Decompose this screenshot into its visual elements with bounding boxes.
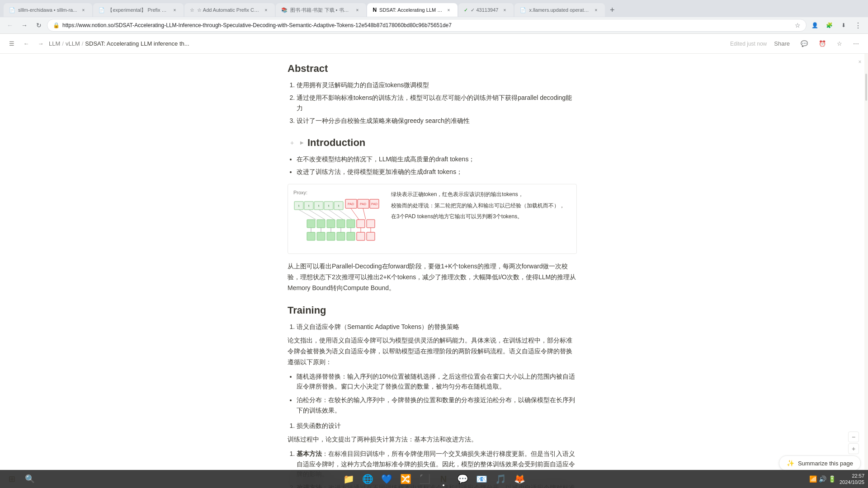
taskbar-search-icon: 🔍 <box>25 474 35 484</box>
tab-5-close[interactable]: × <box>445 6 452 14</box>
zoom-controls: − + <box>848 432 859 454</box>
search-button[interactable]: 🔍 <box>22 471 38 487</box>
sidebar-toggle-button[interactable]: ☰ <box>5 38 18 50</box>
taskbar-app-music[interactable]: 🎵 <box>491 471 509 487</box>
taskbar-app-terminal[interactable]: ⬛ <box>415 471 434 487</box>
summarize-button[interactable]: ✨ Summarize this page <box>779 455 861 471</box>
svg-line-19 <box>329 210 343 220</box>
comment-button[interactable]: 💬 <box>797 38 811 49</box>
tab-3-label: ☆ Add Automatic Prefix Caching to ... <box>197 7 259 13</box>
loss-item-1-label: 基本方法 <box>297 450 322 457</box>
updates-button[interactable]: ⏰ <box>815 38 830 49</box>
time-display[interactable]: 22:57 2024/10/25 <box>840 473 864 486</box>
svg-text:PAD: PAD <box>360 202 366 206</box>
notion-forward-button[interactable]: → <box>34 38 47 50</box>
tab-5-favicon: N <box>373 7 377 13</box>
svg-rect-33 <box>337 232 345 240</box>
browser-tab-4[interactable]: 📚 图书·书籍·书架 下载 • 书签... × <box>276 3 366 17</box>
summarize-icon: ✨ <box>787 460 794 467</box>
right-scrollbar[interactable] <box>864 54 868 488</box>
menu-icon: ☰ <box>9 40 14 47</box>
page-content: Abstract 使用拥有灵活解码能力的自适应tokens微调模型 通过使用不影… <box>269 63 595 488</box>
tab-1-label: slllm-erchidawa • slllm-ra... <box>18 7 77 13</box>
zoom-plus-button[interactable]: + <box>848 443 859 454</box>
taskbar-app-mail[interactable]: 📧 <box>472 471 491 487</box>
breadcrumb-llm[interactable]: LLM <box>49 40 60 47</box>
url-text: https://www.notion.so/SDSAT-Accelerating… <box>62 22 792 28</box>
tab-1-close[interactable]: × <box>80 6 87 14</box>
browser-tab-3[interactable]: ☆ ☆ Add Automatic Prefix Caching to ... … <box>184 3 275 17</box>
breadcrumb-vllm[interactable]: vLLM <box>66 40 80 47</box>
favorite-button[interactable]: ☆ <box>833 38 846 49</box>
browser-controls: ← → ↻ 🔒 https://www.notion.so/SDSAT-Acce… <box>0 17 868 33</box>
tab-2-close[interactable]: × <box>171 6 178 14</box>
start-icon: ⊞ <box>9 474 15 484</box>
back-button[interactable]: ← <box>4 19 16 32</box>
taskbar-app-notion[interactable]: N <box>434 471 453 487</box>
taskbar-app-chrome[interactable]: 🌐 <box>359 471 377 487</box>
tab-3-close[interactable]: × <box>262 6 269 14</box>
notion-icon: N <box>440 474 447 484</box>
new-tab-button[interactable]: + <box>606 4 618 16</box>
taskbar-app-explorer[interactable]: 📁 <box>340 471 358 487</box>
network-icon[interactable]: 📶 <box>809 475 817 483</box>
more-options-button[interactable]: ⋯ <box>849 38 863 49</box>
tab-6-close[interactable]: × <box>501 6 508 14</box>
start-button[interactable]: ⊞ <box>4 471 20 487</box>
tab-5-label: SDSAT: Accelerating LLM Infere... <box>379 7 442 13</box>
browser-tab-7[interactable]: 📄 x.llamers.updated operations | ... × <box>514 3 605 17</box>
scrollbar-thumb[interactable] <box>865 74 867 101</box>
volume-icon[interactable]: 🔊 <box>819 475 826 483</box>
slack-icon: 💬 <box>457 474 468 484</box>
taskbar-app-vscode[interactable]: 💙 <box>377 471 396 487</box>
share-button[interactable]: Share <box>770 38 793 49</box>
tab-4-close[interactable]: × <box>354 6 361 14</box>
notion-body: Abstract 使用拥有灵活解码能力的自适应tokens微调模型 通过使用不影… <box>0 54 868 488</box>
bookmark-icon[interactable]: ☆ <box>795 22 801 29</box>
tab-1-favicon: 📄 <box>9 7 15 13</box>
introduction-title: Introduction <box>307 137 365 149</box>
add-block-icon[interactable]: + <box>288 138 297 147</box>
download-button[interactable]: ⬇ <box>837 19 850 32</box>
battery-icon[interactable]: 🔋 <box>828 475 836 483</box>
close-icon: × <box>858 59 861 65</box>
music-icon: 🎵 <box>495 474 506 484</box>
extensions-button[interactable]: 🧩 <box>823 19 835 32</box>
toggle-icon[interactable]: ▶ <box>298 139 306 146</box>
forward-button[interactable]: → <box>18 19 31 32</box>
clock-time: 22:57 <box>840 473 864 479</box>
taskbar-app-slack[interactable]: 💬 <box>453 471 472 487</box>
training-item-1-title: 语义自适应令牌（Semantic Adaptive Tokens）的替换策略 <box>297 322 577 332</box>
more-menu-button[interactable]: ⋮ <box>852 19 864 32</box>
browser-tab-2[interactable]: 📄 【experimental】 Prefix Caching No... × <box>93 3 184 17</box>
profile-button[interactable]: 👤 <box>808 19 821 32</box>
diagram-note-1: 绿块表示正确token，红色表示应该识别的输出tokens， <box>391 190 565 199</box>
browser-tab-5[interactable]: N SDSAT: Accelerating LLM Infere... × <box>367 3 458 17</box>
content-inner[interactable]: Abstract 使用拥有灵活解码能力的自适应tokens微调模型 通过使用不影… <box>0 54 864 488</box>
summarize-label: Summarize this page <box>798 460 853 467</box>
clock-date: 2024/10/25 <box>840 479 864 485</box>
taskbar-app-git[interactable]: 🔀 <box>396 471 415 487</box>
zoom-minus-button[interactable]: − <box>848 432 859 442</box>
notion-back-button[interactable]: ← <box>20 38 33 50</box>
abstract-title: Abstract <box>288 63 577 75</box>
svg-text:PAD: PAD <box>348 202 354 206</box>
tab-bar: 📄 slllm-erchidawa • slllm-ra... × 📄 【exp… <box>0 0 868 17</box>
close-panel-button[interactable]: × <box>855 57 864 66</box>
tab-7-close[interactable]: × <box>592 6 599 14</box>
diagram-image: Proxy: t t t <box>293 190 384 248</box>
browser-tab-6[interactable]: ✓ ✓ 43113947 × <box>458 3 514 17</box>
tab-4-favicon: 📚 <box>281 7 288 13</box>
tab-7-label: x.llamers.updated operations | ... <box>529 7 590 13</box>
tab-6-label: ✓ 43113947 <box>471 7 498 13</box>
tab-2-label: 【experimental】 Prefix Caching No... <box>108 7 168 14</box>
fox-icon: 🦊 <box>514 474 525 484</box>
page-wrapper: 📄 slllm-erchidawa • slllm-ra... × 📄 【exp… <box>0 0 868 488</box>
svg-rect-23 <box>307 220 315 228</box>
address-bar[interactable]: 🔒 https://www.notion.so/SDSAT-Accelerati… <box>47 19 807 32</box>
training-loss-header: 损失函数的设计 <box>288 421 577 431</box>
browser-tab-1[interactable]: 📄 slllm-erchidawa • slllm-ra... × <box>4 3 92 17</box>
training-title: Training <box>288 305 577 316</box>
refresh-button[interactable]: ↻ <box>33 19 45 32</box>
taskbar-app-fox[interactable]: 🦊 <box>510 471 528 487</box>
